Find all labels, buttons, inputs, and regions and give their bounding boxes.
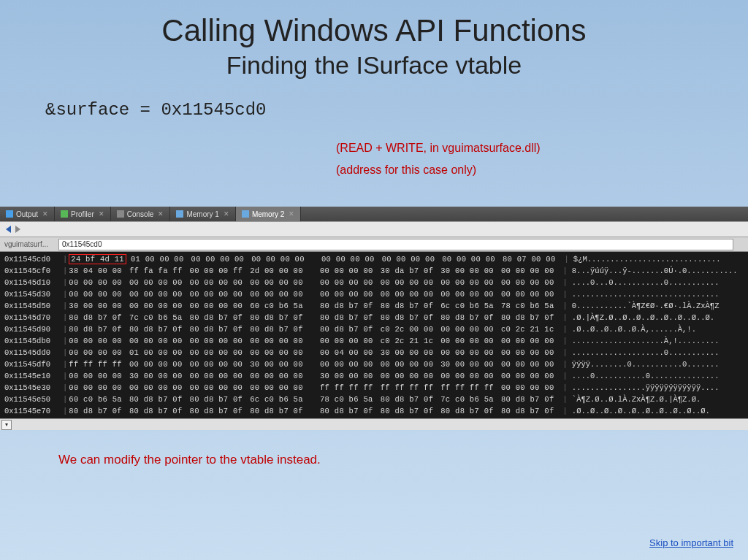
hex-bytes: 24 bf 4d 1101 00 00 0000 00 00 0000 00 0… bbox=[69, 253, 562, 265]
hex-row[interactable]: 0x11545df0|ff ff ff ff00 00 00 0000 00 0… bbox=[0, 358, 748, 370]
hex-address: 0x11545d70 bbox=[4, 312, 61, 323]
separator: | bbox=[562, 394, 569, 405]
hex-ascii: $¿M............................. bbox=[570, 253, 721, 265]
separator: | bbox=[562, 300, 569, 312]
address-bar: vguimatsurf... bbox=[0, 237, 748, 252]
close-icon[interactable]: ✕ bbox=[42, 210, 48, 218]
hex-bytes: 00 00 00 0000 00 00 0000 00 00 0000 00 0… bbox=[69, 335, 561, 347]
hex-row[interactable]: 0x11545cf0|38 04 00 00ff fa fa ff00 00 0… bbox=[0, 265, 748, 277]
separator: | bbox=[562, 358, 569, 370]
hex-row[interactable]: 0x11545cd0|24 bf 4d 1101 00 00 0000 00 0… bbox=[0, 253, 748, 265]
hex-ascii: ................................ bbox=[569, 288, 720, 300]
separator: | bbox=[61, 265, 69, 277]
separator: | bbox=[562, 312, 569, 323]
nav-bar bbox=[0, 221, 748, 237]
separator: | bbox=[563, 253, 570, 265]
hex-ascii: .Ø..Ø..Ø..Ø..Ø.À,......À,!. bbox=[569, 323, 696, 335]
skip-link[interactable]: Skip to important bit bbox=[649, 537, 733, 548]
hex-bytes: 30 00 00 0000 00 00 0000 00 00 0060 c0 b… bbox=[69, 300, 561, 312]
hex-row[interactable]: 0x11545dd0|00 00 00 0001 00 00 0000 00 0… bbox=[0, 347, 748, 358]
hex-bytes: 80 d8 b7 0f7c c0 b6 5a80 d8 b7 0f80 d8 b… bbox=[69, 312, 561, 323]
tab-memory-2[interactable]: Memory 2✕ bbox=[236, 207, 301, 221]
hex-row[interactable]: 0x11545e10|00 00 00 0030 00 00 0000 00 0… bbox=[0, 370, 748, 382]
separator: | bbox=[562, 382, 569, 394]
hex-bytes: 00 00 00 0000 00 00 0000 00 00 0000 00 0… bbox=[69, 382, 561, 394]
hex-row[interactable]: 0x11545db0|00 00 00 0000 00 00 0000 00 0… bbox=[0, 335, 748, 347]
tab-label: Output bbox=[16, 210, 38, 218]
hex-ascii: ................ÿÿÿÿÿÿÿÿÿÿÿÿ.... bbox=[569, 382, 720, 394]
console-icon bbox=[117, 210, 124, 218]
hex-bytes: 80 d8 b7 0f80 d8 b7 0f80 d8 b7 0f80 d8 b… bbox=[69, 323, 561, 335]
separator: | bbox=[61, 370, 69, 382]
hex-row[interactable]: 0x11545d50|30 00 00 0000 00 00 0000 00 0… bbox=[0, 300, 748, 312]
hex-bytes: 00 00 00 0000 00 00 0000 00 00 0000 00 0… bbox=[69, 277, 561, 288]
hex-row[interactable]: 0x11545d90|80 d8 b7 0f80 d8 b7 0f80 d8 b… bbox=[0, 323, 748, 335]
address-input[interactable] bbox=[58, 239, 733, 250]
close-icon[interactable]: ✕ bbox=[158, 210, 164, 218]
separator: | bbox=[61, 300, 69, 312]
close-icon[interactable]: ✕ bbox=[289, 210, 294, 218]
hex-address: 0x11545e30 bbox=[4, 382, 61, 394]
separator: | bbox=[61, 347, 69, 358]
hex-address: 0x11545dd0 bbox=[4, 347, 61, 358]
separator: | bbox=[562, 277, 569, 288]
tab-console[interactable]: Console✕ bbox=[111, 207, 171, 221]
memory-icon bbox=[176, 210, 183, 218]
close-icon[interactable]: ✕ bbox=[99, 210, 104, 218]
nav-back-icon[interactable] bbox=[6, 226, 11, 233]
scrollbar[interactable]: ▾ bbox=[0, 418, 748, 430]
hex-address: 0x11545cf0 bbox=[4, 265, 61, 277]
hex-row[interactable]: 0x11545d10|00 00 00 0000 00 00 0000 00 0… bbox=[0, 277, 748, 288]
tab-label: Memory 2 bbox=[252, 210, 284, 218]
hex-bytes: ff ff ff ff00 00 00 0000 00 00 0030 00 0… bbox=[69, 358, 561, 370]
hex-address: 0x11545e70 bbox=[4, 405, 61, 417]
hex-address: 0x11545e50 bbox=[4, 394, 61, 405]
hex-row[interactable]: 0x11545d70|80 d8 b7 0f7c c0 b6 5a80 d8 b… bbox=[0, 312, 748, 323]
tab-output[interactable]: Output✕ bbox=[0, 207, 55, 221]
hex-row[interactable]: 0x11545e30|00 00 00 0000 00 00 0000 00 0… bbox=[0, 382, 748, 394]
hex-row[interactable]: 0x11545e70|80 d8 b7 0f80 d8 b7 0f80 d8 b… bbox=[0, 405, 748, 417]
hex-address: 0x11545d90 bbox=[4, 323, 61, 335]
separator: | bbox=[562, 265, 569, 277]
tab-label: Profiler bbox=[71, 210, 94, 218]
tab-memory-1[interactable]: Memory 1✕ bbox=[170, 207, 235, 221]
separator: | bbox=[562, 288, 569, 300]
hex-ascii: ....................À,!......... bbox=[569, 335, 720, 347]
hex-row[interactable]: 0x11545e50|60 c0 b6 5a80 d8 b7 0f80 d8 b… bbox=[0, 394, 748, 405]
note-case: (address for this case only) bbox=[336, 164, 476, 177]
separator: | bbox=[562, 335, 569, 347]
output-icon bbox=[6, 210, 13, 218]
hex-bytes: 00 00 00 0001 00 00 0000 00 00 0000 00 0… bbox=[69, 347, 561, 358]
separator: | bbox=[61, 394, 69, 405]
hex-ascii: `À¶Z.Ø..Ø.lÀ.ZxÀ¶Z.Ø.|À¶Z.Ø. bbox=[569, 394, 701, 405]
hex-address: 0x11545df0 bbox=[4, 358, 61, 370]
tab-bar: Output✕Profiler✕Console✕Memory 1✕Memory … bbox=[0, 207, 748, 221]
debugger-panel: Output✕Profiler✕Console✕Memory 1✕Memory … bbox=[0, 207, 748, 430]
hex-address: 0x11545db0 bbox=[4, 335, 61, 347]
tab-label: Memory 1 bbox=[186, 210, 218, 218]
hex-address: 0x11545d10 bbox=[4, 277, 61, 288]
tab-profiler[interactable]: Profiler✕ bbox=[55, 207, 111, 221]
nav-forward-icon[interactable] bbox=[15, 226, 20, 233]
hex-row[interactable]: 0x11545d30|00 00 00 0000 00 00 0000 00 0… bbox=[0, 288, 748, 300]
hex-address: 0x11545e10 bbox=[4, 370, 61, 382]
separator: | bbox=[562, 323, 569, 335]
hex-bytes: 60 c0 b6 5a80 d8 b7 0f80 d8 b7 0f6c c0 b… bbox=[69, 394, 561, 405]
separator: | bbox=[61, 323, 69, 335]
hex-bytes: 00 00 00 0000 00 00 0000 00 00 0000 00 0… bbox=[69, 288, 561, 300]
separator: | bbox=[61, 335, 69, 347]
separator: | bbox=[61, 358, 69, 370]
code-expression: &surface = 0x11545cd0 bbox=[45, 100, 748, 120]
separator: | bbox=[562, 405, 569, 417]
hex-bytes: 38 04 00 00ff fa fa ff00 00 00 ff2d 00 0… bbox=[69, 265, 561, 277]
separator: | bbox=[562, 370, 569, 382]
footnote: We can modify the pointer to the vtable … bbox=[58, 453, 321, 467]
separator: | bbox=[61, 405, 69, 417]
highlighted-bytes: 24 bf 4d 11 bbox=[69, 254, 126, 264]
scroll-collapse-icon[interactable]: ▾ bbox=[1, 420, 12, 430]
separator: | bbox=[61, 382, 69, 394]
tab-label: Console bbox=[127, 210, 154, 218]
hex-ascii: .Ø..Ø..Ø..Ø..Ø..Ø..Ø..Ø..Ø..Ø. bbox=[569, 405, 710, 417]
hex-view: 0x11545cd0|24 bf 4d 1101 00 00 0000 00 0… bbox=[0, 252, 748, 418]
close-icon[interactable]: ✕ bbox=[224, 210, 229, 218]
